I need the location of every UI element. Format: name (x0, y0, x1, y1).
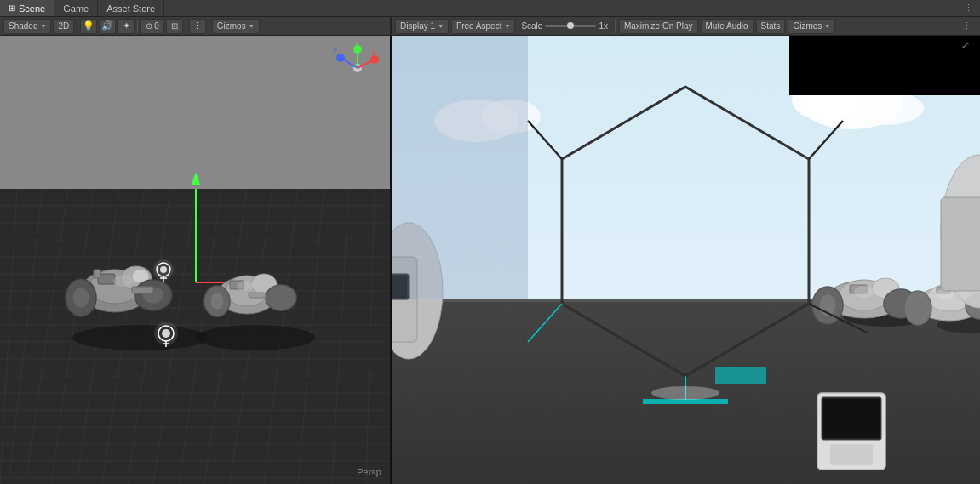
svg-rect-60 (249, 293, 266, 298)
panels-container: X Y Z Persp ⤢ (0, 36, 980, 484)
svg-rect-51 (132, 287, 153, 293)
svg-text:Y: Y (354, 43, 359, 48)
aspect-dropdown-arrow: ▼ (504, 23, 510, 29)
fx-btn[interactable]: ✦ (117, 19, 135, 34)
maximize-label: Maximize On Play (624, 21, 693, 31)
stats-btn[interactable]: Stats (756, 19, 786, 34)
svg-point-46 (72, 288, 89, 308)
game-tab-label: Game (63, 3, 89, 14)
maximize-btn[interactable]: Maximize On Play (619, 19, 698, 34)
scale-slider[interactable] (545, 25, 596, 27)
svg-rect-125 (941, 197, 980, 291)
svg-rect-90 (789, 36, 980, 95)
more-btn-scene[interactable]: ⋮ (189, 19, 206, 34)
scale-value: 1x (599, 21, 608, 31)
svg-text:Z: Z (333, 48, 338, 56)
scene-tab[interactable]: ⊞ Scene (0, 0, 54, 16)
shaded-dropdown[interactable]: Shaded ▼ (3, 19, 51, 34)
gizmo-svg: X Y Z (332, 43, 383, 94)
stats-label: Stats (761, 21, 781, 31)
mute-btn[interactable]: Mute Audio (701, 19, 754, 34)
light-btn[interactable]: 💡 (80, 19, 97, 34)
shaded-dropdown-arrow: ▼ (40, 23, 46, 29)
scene-gizmo[interactable]: X Y Z (332, 43, 383, 94)
svg-rect-50 (94, 270, 100, 278)
separator-1 (77, 20, 77, 33)
gizmos-label-scene: Gizmos (217, 21, 246, 31)
svg-rect-128 (823, 399, 880, 438)
mute-label: Mute Audio (706, 21, 748, 31)
scene-tab-label: Scene (19, 3, 45, 14)
asset-store-tab-label: Asset Store (106, 3, 155, 14)
svg-point-116 (904, 291, 931, 325)
display-dropdown-arrow: ▼ (438, 23, 444, 29)
scene-toolbar: Shaded ▼ 2D 💡 🔊 ✦ ⊙ 0 ⊞ ⋮ Gizmos ▼ (0, 17, 392, 35)
tab-more-btn[interactable]: ⋮ (957, 0, 980, 16)
2d-label: 2D (58, 21, 69, 31)
scene-panel[interactable]: X Y Z Persp ⤢ (0, 36, 392, 484)
asset-store-tab[interactable]: Asset Store (98, 0, 164, 16)
separator-4 (209, 20, 209, 33)
scale-container: Scale 1x (518, 21, 611, 31)
svg-point-61 (237, 281, 254, 291)
svg-point-57 (210, 293, 224, 310)
game-toolbar: Display 1 ▼ Free Aspect ▼ Scale 1x Maxim… (392, 17, 980, 35)
svg-point-80 (336, 54, 345, 62)
svg-rect-102 (715, 367, 766, 384)
game-panel[interactable]: ⤢ (392, 36, 980, 484)
svg-point-138 (651, 386, 719, 400)
render-scale-icon: ⊙ (146, 21, 152, 31)
scale-slider-thumb (567, 22, 574, 29)
gizmos-dropdown-arrow-scene: ▼ (249, 23, 255, 29)
render-scale-value: 0 (154, 21, 159, 31)
scale-label: Scale (521, 21, 542, 31)
separator-2 (137, 20, 138, 33)
grid-btn[interactable]: ⊞ (166, 19, 183, 34)
game-tab[interactable]: Game (54, 0, 98, 16)
maximize-scene-btn[interactable]: ⤢ (313, 39, 327, 53)
svg-point-39 (72, 325, 209, 350)
svg-point-112 (854, 286, 874, 298)
display-label: Display 1 (400, 21, 435, 31)
aspect-label: Free Aspect (456, 21, 501, 31)
separator-game-1 (615, 20, 616, 33)
svg-point-66 (153, 259, 174, 280)
gizmos-dropdown-game[interactable]: Gizmos ▼ (788, 19, 835, 34)
svg-rect-137 (392, 36, 528, 299)
scene-tab-icon: ⊞ (9, 3, 15, 13)
aspect-dropdown[interactable]: Free Aspect ▼ (451, 19, 515, 34)
audio-btn[interactable]: 🔊 (99, 19, 116, 34)
svg-point-52 (113, 275, 134, 287)
maximize-game-btn[interactable]: ⤢ (961, 39, 975, 53)
svg-point-40 (196, 325, 315, 350)
separator-3 (186, 20, 186, 33)
scene-canvas (0, 36, 392, 484)
svg-point-58 (266, 285, 296, 310)
render-scale-btn[interactable]: ⊙ 0 (140, 19, 164, 34)
more-btn-game[interactable]: ⋮ (957, 20, 977, 31)
gizmos-dropdown-arrow-game: ▼ (824, 23, 830, 29)
svg-point-85 (847, 91, 924, 125)
persp-label: Persp (357, 467, 381, 477)
shaded-label: Shaded (9, 21, 37, 31)
gizmos-label-game: Gizmos (793, 21, 822, 31)
svg-rect-129 (830, 444, 873, 465)
svg-point-71 (154, 322, 178, 345)
gizmos-dropdown-scene[interactable]: Gizmos ▼ (212, 19, 260, 34)
2d-button[interactable]: 2D (53, 19, 74, 34)
grid-icon: ⊞ (171, 21, 178, 31)
svg-text:X: X (371, 48, 376, 57)
game-canvas (392, 36, 980, 484)
display-dropdown[interactable]: Display 1 ▼ (395, 19, 449, 34)
